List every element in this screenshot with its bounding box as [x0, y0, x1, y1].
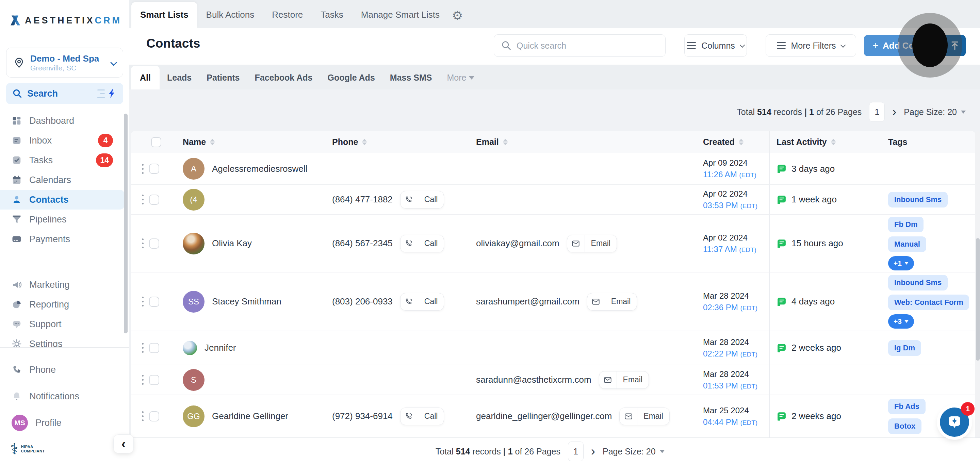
- next-page-button[interactable]: ›: [892, 108, 896, 115]
- sidebar-item-phone[interactable]: Phone: [0, 357, 124, 383]
- row-checkbox[interactable]: [149, 238, 159, 249]
- column-header-last-activity[interactable]: Last Activity: [769, 131, 881, 153]
- filter-tab-mass-sms[interactable]: Mass SMS: [382, 66, 440, 89]
- filter-tab-facebook-ads[interactable]: Facebook Ads: [247, 66, 320, 89]
- filter-tab-all[interactable]: All: [131, 66, 159, 89]
- topnav-tab-manage-smart-lists[interactable]: Manage Smart Lists: [352, 2, 449, 28]
- columns-button[interactable]: Columns: [684, 34, 747, 57]
- sidebar-item-tasks[interactable]: Tasks14: [0, 150, 124, 170]
- row-checkbox[interactable]: [149, 195, 159, 205]
- column-header-name[interactable]: Name: [177, 131, 325, 153]
- next-page-button[interactable]: ›: [591, 448, 595, 455]
- contact-name[interactable]: Olivia Kay: [212, 238, 252, 249]
- topnav-tab-restore[interactable]: Restore: [263, 2, 312, 28]
- sidebar-item-marketing[interactable]: Marketing: [0, 275, 124, 295]
- sidebar-item-dashboard[interactable]: Dashboard: [0, 111, 124, 131]
- call-button[interactable]: Call: [400, 293, 444, 311]
- sidebar-search[interactable]: Search: [6, 83, 123, 104]
- topnav-tab-bulk-actions[interactable]: Bulk Actions: [197, 2, 263, 28]
- call-button[interactable]: Call: [400, 191, 444, 208]
- call-button[interactable]: Call: [400, 235, 444, 252]
- avatar[interactable]: SS: [183, 291, 205, 313]
- avatar[interactable]: [183, 341, 197, 355]
- more-filters-button[interactable]: More Filters: [765, 34, 856, 57]
- email-button[interactable]: Email: [567, 235, 617, 252]
- row-drag-handle[interactable]: [142, 343, 143, 353]
- sidebar-item-contacts[interactable]: Contacts: [0, 190, 124, 209]
- contact-name[interactable]: Agelessremediesroswell: [212, 163, 307, 174]
- page-size-selector[interactable]: Page Size: 20: [603, 447, 665, 457]
- tag-pill[interactable]: Fb Dm: [888, 217, 924, 232]
- tag-pill[interactable]: Ig Dm: [888, 340, 921, 356]
- sidebar-scrollbar[interactable]: [124, 114, 127, 333]
- row-drag-handle[interactable]: [142, 411, 143, 421]
- more-tags-pill[interactable]: +3: [888, 314, 914, 329]
- avatar[interactable]: A: [183, 158, 205, 179]
- email-button[interactable]: Email: [619, 408, 670, 425]
- more-tags-pill[interactable]: +1: [888, 256, 914, 270]
- row-drag-handle[interactable]: [142, 297, 143, 306]
- row-checkbox[interactable]: [149, 297, 159, 307]
- page-size-selector[interactable]: Page Size: 20: [904, 107, 966, 117]
- tag-pill[interactable]: Botox: [888, 418, 921, 434]
- tag-pill[interactable]: Fb Ads: [888, 399, 926, 414]
- tag-pill[interactable]: Inbound Sms: [888, 192, 948, 208]
- column-header-tags[interactable]: Tags: [881, 131, 975, 153]
- filter-tab-patients[interactable]: Patients: [199, 66, 247, 89]
- contact-name[interactable]: Jennifer: [205, 343, 236, 353]
- quick-search[interactable]: [494, 34, 666, 57]
- row-drag-handle[interactable]: [142, 195, 143, 205]
- sidebar-item-profile[interactable]: MSProfile: [0, 409, 124, 436]
- filter-tab-leads[interactable]: Leads: [159, 66, 199, 89]
- quick-search-input[interactable]: [517, 41, 646, 51]
- avatar[interactable]: GG: [183, 405, 205, 427]
- row-checkbox[interactable]: [149, 411, 159, 421]
- row-drag-handle[interactable]: [142, 164, 143, 174]
- main-scrollbar[interactable]: [976, 238, 980, 360]
- sort-icon[interactable]: [739, 139, 743, 145]
- sidebar-item-payments[interactable]: Payments: [0, 229, 124, 249]
- avatar[interactable]: S: [183, 369, 205, 391]
- tag-pill[interactable]: Manual: [888, 236, 926, 252]
- sidebar-item-pipelines[interactable]: Pipelines: [0, 209, 124, 229]
- gear-icon[interactable]: ⚙: [449, 2, 466, 28]
- sidebar-item-settings[interactable]: Settings: [0, 334, 124, 348]
- sidebar-item-support[interactable]: Support: [0, 314, 124, 334]
- call-button[interactable]: Call: [400, 408, 444, 425]
- location-switcher[interactable]: Demo - Med Spa Greenville, SC: [6, 48, 123, 78]
- column-header-email[interactable]: Email: [469, 131, 696, 153]
- contact-name[interactable]: Stacey Smithman: [212, 296, 282, 307]
- row-drag-handle[interactable]: [142, 375, 143, 385]
- add-contact-button[interactable]: + Add Contact: [864, 35, 966, 56]
- import-contacts-button[interactable]: [944, 35, 966, 56]
- sort-icon[interactable]: [362, 139, 367, 145]
- avatar[interactable]: (4: [183, 189, 205, 211]
- sidebar-item-calendars[interactable]: Calendars: [0, 170, 124, 190]
- topnav-tab-smart-lists[interactable]: Smart Lists: [131, 2, 197, 28]
- row-checkbox[interactable]: [149, 343, 159, 353]
- tag-pill[interactable]: Inbound Sms: [888, 275, 948, 290]
- sidebar-collapse-button[interactable]: ‹: [113, 434, 134, 454]
- column-header-created[interactable]: Created: [696, 131, 769, 153]
- email-button[interactable]: Email: [587, 293, 637, 311]
- filter-tab-google-ads[interactable]: Google Ads: [320, 66, 382, 89]
- topnav-tab-tasks[interactable]: Tasks: [312, 2, 352, 28]
- row-checkbox[interactable]: [149, 375, 159, 385]
- sort-icon[interactable]: [503, 139, 508, 145]
- sort-icon[interactable]: [210, 139, 215, 145]
- page-number-box[interactable]: 1: [869, 102, 885, 122]
- sort-icon[interactable]: [831, 139, 836, 145]
- row-checkbox[interactable]: [149, 163, 159, 174]
- page-number-box[interactable]: 1: [568, 441, 584, 461]
- contact-name[interactable]: Gearldine Gellinger: [212, 411, 288, 421]
- filter-tab-more[interactable]: More: [439, 66, 482, 89]
- select-all-checkbox[interactable]: [151, 137, 161, 147]
- column-header-phone[interactable]: Phone: [325, 131, 469, 153]
- avatar[interactable]: [183, 233, 205, 254]
- sidebar-item-reporting[interactable]: Reporting: [0, 295, 124, 314]
- email-button[interactable]: Email: [599, 371, 649, 389]
- sidebar-item-inbox[interactable]: Inbox4: [0, 131, 124, 150]
- tag-pill[interactable]: Web: Contact Form: [888, 295, 969, 310]
- row-drag-handle[interactable]: [142, 238, 143, 248]
- sidebar-item-notifications[interactable]: Notifications: [0, 383, 124, 409]
